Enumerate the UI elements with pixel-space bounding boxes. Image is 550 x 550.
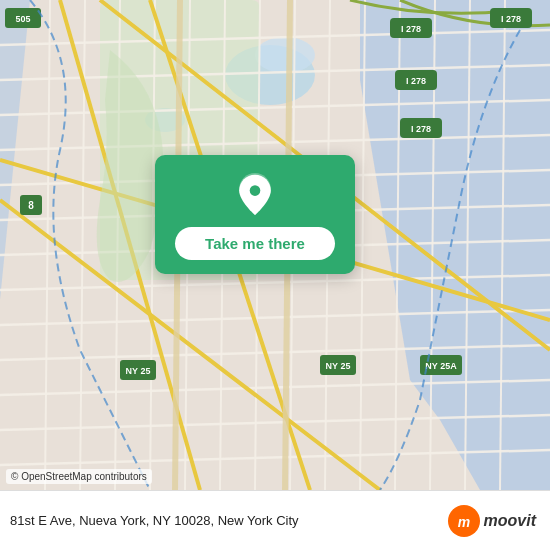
bottom-bar: 81st E Ave, Nueva York, NY 10028, New Yo… (0, 490, 550, 550)
address-text: 81st E Ave, Nueva York, NY 10028, New Yo… (10, 513, 440, 528)
moovit-icon: m (448, 505, 480, 537)
svg-text:I 278: I 278 (501, 14, 521, 24)
svg-text:NY 25: NY 25 (326, 361, 351, 371)
moovit-wordmark: moovit (484, 512, 536, 530)
map-container: I 278 I 278 I 278 I 278 8 NY 25 NY 25 NY… (0, 0, 550, 490)
svg-text:m: m (457, 514, 469, 530)
svg-text:8: 8 (28, 200, 34, 211)
svg-text:I 278: I 278 (411, 124, 431, 134)
svg-text:NY 25: NY 25 (126, 366, 151, 376)
svg-text:505: 505 (15, 14, 30, 24)
moovit-logo: m moovit (448, 505, 536, 537)
location-card: Take me there (155, 155, 355, 274)
svg-point-61 (250, 185, 261, 196)
take-me-there-button[interactable]: Take me there (175, 227, 335, 260)
svg-text:I 278: I 278 (401, 24, 421, 34)
svg-point-5 (255, 37, 315, 73)
svg-text:I 278: I 278 (406, 76, 426, 86)
app-container: I 278 I 278 I 278 I 278 8 NY 25 NY 25 NY… (0, 0, 550, 550)
location-pin-icon (233, 173, 277, 217)
osm-attribution: © OpenStreetMap contributors (6, 469, 152, 484)
svg-text:NY 25A: NY 25A (425, 361, 457, 371)
